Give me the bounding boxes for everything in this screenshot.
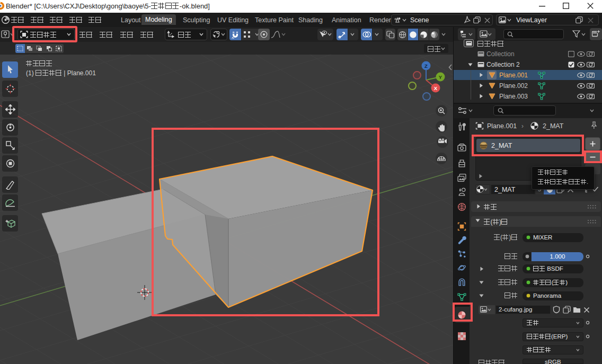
svg-text:Y: Y [439,74,442,80]
svg-text:X: X [434,85,438,91]
svg-text:Z: Z [424,63,428,69]
